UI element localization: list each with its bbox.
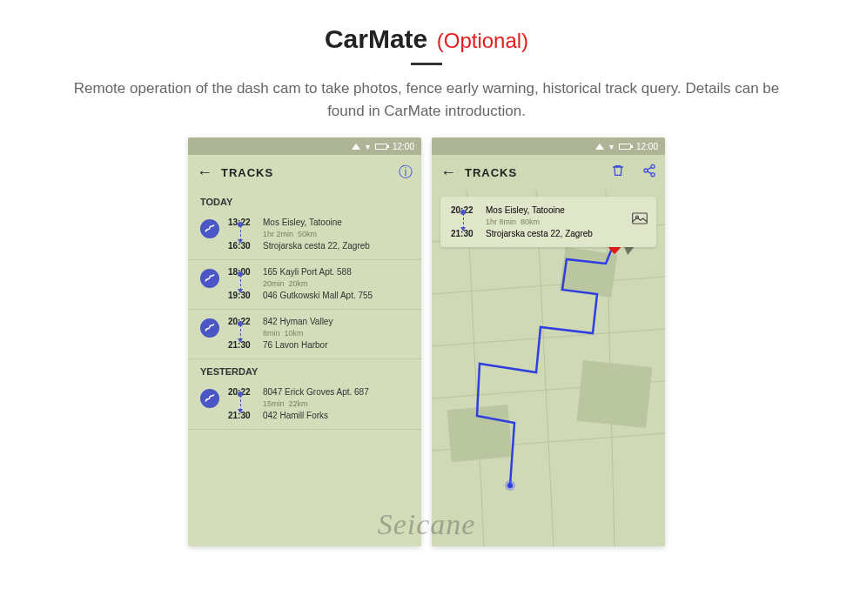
- track-summary-card[interactable]: 20:22 Mos Eisley, Tatooine 1hr 8min 80km…: [440, 197, 656, 247]
- start-place: 8047 Erick Groves Apt. 687: [263, 387, 409, 397]
- route-icon: [200, 219, 219, 238]
- end-place: 76 Lavon Harbor: [263, 340, 409, 350]
- delete-icon[interactable]: [611, 164, 625, 181]
- share-icon[interactable]: [642, 164, 656, 181]
- track-meta: 20min 20km: [228, 277, 409, 291]
- app-bar: ← TRACKS ⓘ: [188, 155, 421, 190]
- signal-icon: [595, 144, 604, 150]
- section-label: TODAY: [188, 190, 421, 211]
- svg-point-2: [651, 173, 655, 177]
- route-icon: [200, 269, 219, 288]
- svg-point-8: [507, 483, 513, 488]
- section-label: YESTERDAY: [188, 359, 421, 380]
- optional-label: (Optional): [437, 29, 528, 52]
- phone-track-detail: ▾ 12:00 ← TRACKS: [432, 137, 665, 546]
- start-place: 165 Kayli Port Apt. 588: [263, 267, 409, 277]
- page-description: Remote operation of the dash cam to take…: [61, 77, 792, 122]
- status-bar: ▾ 12:00: [188, 137, 421, 155]
- end-place: Strojarska cesta 22, Zagreb: [263, 241, 409, 251]
- wifi-icon: ▾: [366, 142, 370, 151]
- wifi-icon: ▾: [609, 142, 614, 151]
- back-button[interactable]: ←: [440, 164, 456, 182]
- end-place: 042 Hamill Forks: [263, 411, 409, 420]
- status-time: 12:00: [636, 142, 658, 151]
- status-time: 12:00: [393, 142, 414, 151]
- track-meta: 1hr 8min 80km: [451, 215, 646, 229]
- battery-icon: [619, 144, 631, 150]
- signal-icon: [352, 144, 360, 150]
- battery-icon: [375, 144, 387, 150]
- svg-point-1: [644, 169, 648, 172]
- end-place: 046 Gutkowski Mall Apt. 755: [263, 291, 409, 300]
- photo-icon[interactable]: [632, 212, 648, 227]
- route-icon: [200, 318, 219, 338]
- track-meta: 8min 10km: [228, 326, 409, 340]
- app-bar: ← TRACKS: [432, 155, 665, 190]
- track-meta: 15min 22km: [228, 397, 409, 411]
- end-place: Strojarska cesta 22, Zagreb: [486, 229, 646, 238]
- info-icon[interactable]: ⓘ: [399, 164, 413, 182]
- status-bar: ▾ 12:00: [432, 137, 665, 155]
- divider: [411, 63, 442, 65]
- track-meta: 1hr 2min 50km: [228, 227, 409, 241]
- track-item[interactable]: 13:22Mos Eisley, Tatooine1hr 2min 50km16…: [188, 211, 421, 260]
- track-item[interactable]: 20:228047 Erick Groves Apt. 68715min 22k…: [188, 380, 421, 430]
- svg-rect-11: [633, 213, 648, 224]
- svg-rect-5: [447, 405, 513, 462]
- track-item[interactable]: 20:22842 Hyman Valley8min 10km21:3076 La…: [188, 310, 421, 359]
- route-icon: [200, 389, 219, 408]
- start-place: Mos Eisley, Tatooine: [486, 205, 646, 215]
- svg-rect-6: [577, 360, 653, 428]
- start-place: Mos Eisley, Tatooine: [263, 218, 409, 227]
- phone-tracks-list: ▾ 12:00 ← TRACKS ⓘ TODAY13:22Mos Eisley,…: [188, 137, 421, 546]
- start-place: 842 Hyman Valley: [263, 317, 409, 326]
- track-item[interactable]: 18:00165 Kayli Port Apt. 58820min 20km19…: [188, 260, 421, 310]
- screen-title: TRACKS: [465, 166, 594, 179]
- page-title: CarMate: [325, 24, 427, 53]
- svg-point-0: [651, 164, 655, 168]
- back-button[interactable]: ←: [197, 164, 212, 182]
- screen-title: TRACKS: [221, 166, 381, 179]
